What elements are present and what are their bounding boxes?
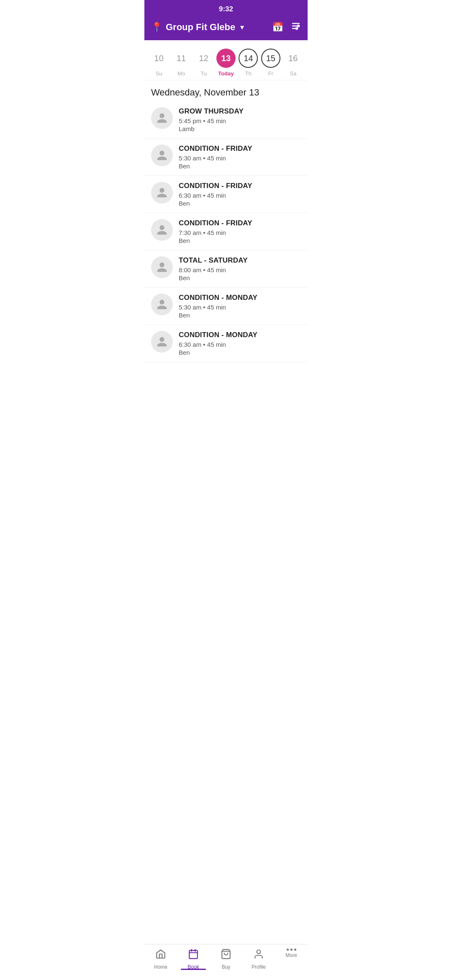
class-item-1[interactable]: CONDITION - FRIDAY5:30 am • 45 minBen xyxy=(144,139,308,176)
date-heading: Wednesday, November 13 xyxy=(144,80,308,101)
svg-point-3 xyxy=(298,25,299,27)
location-selector[interactable]: 📍 Group Fit Glebe ▾ xyxy=(151,22,244,33)
class-item-4[interactable]: TOTAL - SATURDAY8:00 am • 45 minBen xyxy=(144,250,308,288)
location-name: Group Fit Glebe xyxy=(166,22,235,33)
calendar-day-14[interactable]: 14Th xyxy=(238,49,259,77)
calendar-icon[interactable]: 📅 xyxy=(272,22,283,33)
class-info: CONDITION - MONDAY6:30 am • 45 minBen xyxy=(179,331,301,356)
class-time: 5:45 pm • 45 min xyxy=(179,117,301,124)
class-time: 7:30 am • 45 min xyxy=(179,229,301,236)
class-instructor: Ben xyxy=(179,162,301,170)
class-instructor: Lamb xyxy=(179,125,301,132)
class-name: CONDITION - MONDAY xyxy=(179,294,301,302)
calendar-day-12[interactable]: 12Tu xyxy=(193,49,214,77)
class-info: CONDITION - FRIDAY7:30 am • 45 minBen xyxy=(179,219,301,244)
class-time: 8:00 am • 45 min xyxy=(179,266,301,273)
status-time: 9:32 xyxy=(219,5,233,13)
calendar-day-10[interactable]: 10Su xyxy=(149,49,170,77)
chevron-down-icon: ▾ xyxy=(240,23,244,32)
class-time: 6:30 am • 45 min xyxy=(179,341,301,348)
class-info: CONDITION - FRIDAY6:30 am • 45 minBen xyxy=(179,182,301,207)
filter-icon[interactable] xyxy=(291,21,301,34)
class-name: GROW THURSDAY xyxy=(179,107,301,116)
avatar xyxy=(151,144,173,166)
calendar-day-13[interactable]: 13Today xyxy=(216,49,236,77)
class-item-0[interactable]: GROW THURSDAY5:45 pm • 45 minLamb xyxy=(144,101,308,139)
calendar-day-11[interactable]: 11Mo xyxy=(171,49,192,77)
class-item-3[interactable]: CONDITION - FRIDAY7:30 am • 45 minBen xyxy=(144,213,308,250)
class-instructor: Ben xyxy=(179,274,301,281)
class-name: CONDITION - FRIDAY xyxy=(179,182,301,190)
location-icon: 📍 xyxy=(151,22,162,33)
class-info: GROW THURSDAY5:45 pm • 45 minLamb xyxy=(179,107,301,132)
app-header: 📍 Group Fit Glebe ▾ 📅 xyxy=(144,17,308,40)
class-instructor: Ben xyxy=(179,349,301,356)
class-info: CONDITION - MONDAY5:30 am • 45 minBen xyxy=(179,294,301,319)
class-item-5[interactable]: CONDITION - MONDAY5:30 am • 45 minBen xyxy=(144,288,308,325)
main-content: Wednesday, November 13 GROW THURSDAY5:45… xyxy=(144,80,308,400)
class-name: CONDITION - MONDAY xyxy=(179,331,301,339)
avatar xyxy=(151,219,173,241)
calendar-day-15[interactable]: 15Fr xyxy=(260,49,281,77)
avatar xyxy=(151,107,173,129)
class-item-2[interactable]: CONDITION - FRIDAY6:30 am • 45 minBen xyxy=(144,176,308,213)
class-info: CONDITION - FRIDAY5:30 am • 45 minBen xyxy=(179,144,301,170)
avatar xyxy=(151,294,173,315)
class-instructor: Ben xyxy=(179,237,301,244)
svg-point-4 xyxy=(296,28,298,29)
avatar xyxy=(151,256,173,278)
class-instructor: Ben xyxy=(179,312,301,319)
class-item-6[interactable]: CONDITION - MONDAY6:30 am • 45 minBen xyxy=(144,325,308,362)
class-info: TOTAL - SATURDAY8:00 am • 45 minBen xyxy=(179,256,301,281)
class-time: 5:30 am • 45 min xyxy=(179,155,301,162)
class-list: GROW THURSDAY5:45 pm • 45 minLambCONDITI… xyxy=(144,101,308,362)
header-actions: 📅 xyxy=(272,21,301,34)
class-name: TOTAL - SATURDAY xyxy=(179,256,301,265)
class-instructor: Ben xyxy=(179,200,301,207)
calendar-day-16[interactable]: 16Sa xyxy=(282,49,303,77)
calendar-strip: 10Su11Mo12Tu13Today14Th15Fr16Sa xyxy=(144,40,308,80)
class-time: 5:30 am • 45 min xyxy=(179,304,301,311)
status-bar: 9:32 xyxy=(144,0,308,17)
class-time: 6:30 am • 45 min xyxy=(179,192,301,199)
avatar xyxy=(151,182,173,204)
class-name: CONDITION - FRIDAY xyxy=(179,219,301,227)
class-name: CONDITION - FRIDAY xyxy=(179,144,301,153)
avatar xyxy=(151,331,173,353)
